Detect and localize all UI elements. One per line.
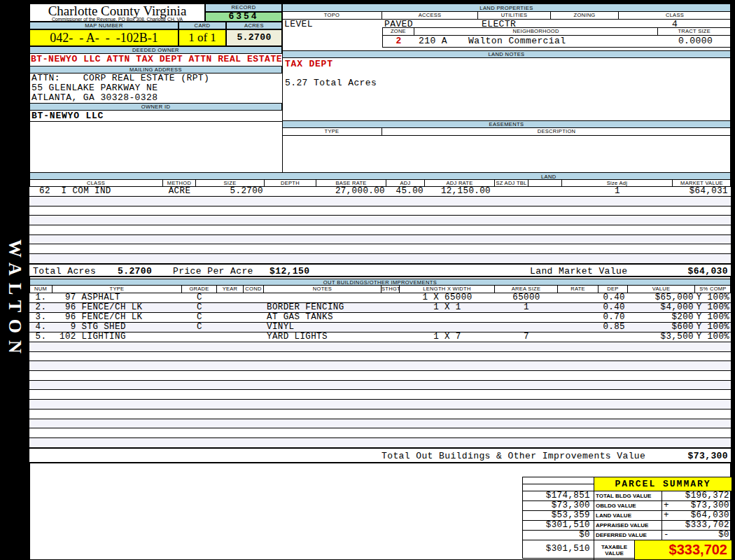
ps-cell [523,477,594,484]
ob-num: 4. [29,323,52,332]
col-sz-adj-tbl: SZ ADJ TBL [495,180,528,186]
neighborhood-value: Walton Commercial [468,36,566,46]
land-note: 5.27 Total Acres [282,69,731,88]
ps-left-value: $0 [523,531,594,540]
map-number-value: 042- - A- - -102B-1 [29,29,178,46]
land-sz-adj-tbl [495,187,528,196]
ob-comp: Y 100% [695,313,731,322]
ps-label: TOTAL BLDG VALUE [594,491,662,501]
col-type: TYPE [52,286,182,293]
zone-label: ZONE [383,28,414,35]
out-buildings-header: NUM TYPE GRADE YEAR COND NOTES STHGT LEN… [29,286,731,293]
county-title: Charlotte County Virginia [30,4,204,17]
col-access: ACCESS [382,12,478,19]
ps-sign: + [664,501,669,510]
ps-amount: $64,030 [691,511,729,520]
taxable-left-value: $301,510 [523,540,594,559]
ps-left-value: $73,300 [523,501,594,511]
land-market-value-total: $64,030 [688,266,728,276]
ob-comp: Y 100% [695,293,731,302]
land-method: ACRE [163,187,196,196]
ps-amount: $73,300 [691,501,729,510]
land-class: 62 I COM IND [29,187,163,196]
tract-size-label: TRACT SIZE [658,28,730,35]
out-buildings-empty-rows [29,342,731,448]
ob-rate [558,323,598,332]
land-note-red: TAX DEPT [282,58,731,69]
taxable-label: TAXABLE VALUE [594,540,635,559]
land-size-adj: 1 [562,187,673,196]
ob-sthgt [382,293,400,302]
zone-value: 2 [383,36,414,46]
ps-value: $196,372 [662,491,732,501]
price-per-acre-label: Price Per Acre [173,266,253,276]
col-topo: TOPO [282,12,382,19]
ob-notes: BORDER FENCING [264,303,382,312]
col-utilities: UTILITIES [478,12,551,19]
col-class: CLASS [619,12,731,19]
ob-cond [244,313,264,322]
ob-cond [244,323,264,332]
ps-value: + $73,300 [662,501,732,511]
land-market-value: $64,031 [673,187,731,196]
ob-cond [244,332,264,342]
land-blank [528,187,562,196]
ob-length-width: 1 X 7 [400,332,495,342]
ob-sthgt [382,332,400,342]
ob-area: 65000 [495,293,558,302]
ps-amount: $196,372 [685,491,729,500]
zone-neighborhood-table: ZONE NEIGHBORHOOD TRACT SIZE 2 210 A Wal… [382,27,731,48]
out-building-row: 4. 9 STG SHED C VINYL 0.85 $600 Y 100% [29,323,731,332]
ob-type: 9 STG SHED [52,323,182,332]
ob-cond [244,293,264,302]
owner-id-label: OWNER ID [29,103,282,111]
land-market-value-label: Land Market Value [530,266,627,276]
out-buildings-title: OUT BUILDINGS/OTHER IMPROVEMENTS [29,279,731,286]
land-base-rate: 27,000.00 [316,187,386,196]
land-properties-title: LAND PROPERTIES [282,4,731,12]
ps-label: APPRAISED VALUE [594,521,662,531]
ob-sthgt [382,303,400,312]
col-length-width: LENGTH X WIDTH [400,286,495,293]
ob-grade [182,332,217,342]
mailing-address: ATTN: CORP REAL ESTATE (RPT) 55 GLENLAKE… [29,74,282,103]
ob-value: $3,500 [628,332,695,342]
col-value: VALUE [628,286,695,293]
ob-dep: 0.70 [598,313,628,322]
ps-label: OBLDG VALUE [594,501,662,511]
ob-num: 2. [29,303,52,312]
col-num: NUM [29,286,52,293]
easement-description-label: DESCRIPTION [382,128,731,135]
easements-title: EASEMENTS [282,120,731,128]
col-adj-rate: ADJ RATE [425,180,495,186]
ob-length-width [400,323,495,332]
ps-left-value: $301,510 [523,521,594,531]
ob-type: 97 ASPHALT [52,293,182,302]
col-grade: GRADE [182,286,217,293]
ps-amount: $0 [718,531,729,540]
col-size-adj: Size Adj [562,180,673,186]
out-buildings-total-value: $73,300 [688,451,728,461]
col-base-rate: BASE RATE [316,180,386,186]
out-building-row: 5. 102 LIGHTING YARD LIGHTS 1 X 7 7 $3,5… [29,332,731,342]
land-notes-title: LAND NOTES [282,50,731,58]
neighborhood-label: NEIGHBORHOOD [414,28,659,35]
ps-value: + $64,030 [662,511,732,521]
property-record-card: { "colors": { "banner_blue": "#b5d6e6", … [0,0,735,560]
address-line: ATTN: CORP REAL ESTATE (RPT) [31,74,282,83]
ps-sign: - [664,531,669,540]
col-area-size: AREA SIZE [495,286,558,293]
address-line: 55 GLENLAKE PARKWAY NE [31,83,282,93]
col-rate: RATE [558,286,598,293]
ob-cond [244,303,264,312]
col-dep: DEP [598,286,628,293]
ob-num: 1. [29,293,52,302]
ob-year [217,313,244,322]
land-size: 5.2700 [196,187,265,196]
col-adj: ADJ [386,180,425,186]
ob-year [217,332,244,342]
ob-length-width: 1 X 65000 [400,293,495,302]
ob-notes: VINYL [264,323,382,332]
land-header: CLASS METHOD SIZE DEPTH BASE RATE ADJ AD… [29,180,731,187]
ob-dep: 0.85 [598,323,628,332]
